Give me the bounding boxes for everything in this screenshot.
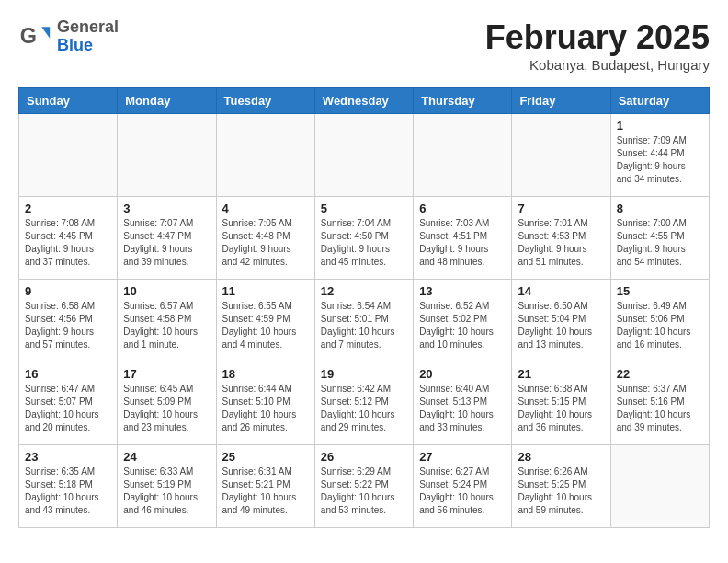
day-number: 22 <box>617 367 703 381</box>
calendar-day-cell: 14Sunrise: 6:50 AM Sunset: 5:04 PM Dayli… <box>512 280 610 362</box>
calendar-day-cell: 27Sunrise: 6:27 AM Sunset: 5:24 PM Dayli… <box>414 445 512 528</box>
calendar-day-cell: 10Sunrise: 6:57 AM Sunset: 4:58 PM Dayli… <box>118 280 216 362</box>
calendar-day-cell <box>314 114 413 197</box>
day-info: Sunrise: 6:49 AM Sunset: 5:06 PM Dayligh… <box>617 300 703 351</box>
weekday-header: Saturday <box>610 88 709 114</box>
day-number: 2 <box>25 201 111 215</box>
calendar-day-cell: 23Sunrise: 6:35 AM Sunset: 5:18 PM Dayli… <box>19 445 118 528</box>
calendar-day-cell: 26Sunrise: 6:29 AM Sunset: 5:22 PM Dayli… <box>314 445 413 528</box>
calendar-day-cell: 4Sunrise: 7:05 AM Sunset: 4:48 PM Daylig… <box>216 197 314 280</box>
page-header: G General Blue February 2025 Kobanya, Bu… <box>18 18 710 73</box>
svg-text:G: G <box>20 24 37 48</box>
calendar-day-cell: 21Sunrise: 6:38 AM Sunset: 5:15 PM Dayli… <box>512 362 610 445</box>
day-info: Sunrise: 6:58 AM Sunset: 4:56 PM Dayligh… <box>25 300 111 351</box>
weekday-header: Monday <box>118 88 216 114</box>
calendar-day-cell: 6Sunrise: 7:03 AM Sunset: 4:51 PM Daylig… <box>414 197 512 280</box>
calendar-day-cell: 2Sunrise: 7:08 AM Sunset: 4:45 PM Daylig… <box>19 197 118 280</box>
calendar-day-cell: 7Sunrise: 7:01 AM Sunset: 4:53 PM Daylig… <box>512 197 610 280</box>
weekday-header: Tuesday <box>216 88 314 114</box>
day-number: 28 <box>518 450 604 464</box>
logo-general: General <box>57 18 119 37</box>
day-number: 23 <box>25 450 111 464</box>
calendar-day-cell: 9Sunrise: 6:58 AM Sunset: 4:56 PM Daylig… <box>19 280 118 362</box>
day-info: Sunrise: 7:07 AM Sunset: 4:47 PM Dayligh… <box>123 217 210 269</box>
logo-blue: Blue <box>57 37 119 55</box>
day-info: Sunrise: 6:50 AM Sunset: 5:04 PM Dayligh… <box>518 300 604 351</box>
calendar-day-cell: 22Sunrise: 6:37 AM Sunset: 5:16 PM Dayli… <box>610 362 709 445</box>
calendar-day-cell <box>610 445 709 528</box>
day-number: 11 <box>222 284 309 298</box>
calendar-week-row: 16Sunrise: 6:47 AM Sunset: 5:07 PM Dayli… <box>19 362 710 445</box>
day-number: 9 <box>25 284 111 298</box>
day-info: Sunrise: 6:33 AM Sunset: 5:19 PM Dayligh… <box>123 465 210 517</box>
day-info: Sunrise: 6:47 AM Sunset: 5:07 PM Dayligh… <box>25 383 111 434</box>
calendar-day-cell: 12Sunrise: 6:54 AM Sunset: 5:01 PM Dayli… <box>314 280 413 362</box>
weekday-header: Wednesday <box>314 88 413 114</box>
day-info: Sunrise: 6:57 AM Sunset: 4:58 PM Dayligh… <box>123 300 210 351</box>
day-info: Sunrise: 7:04 AM Sunset: 4:50 PM Dayligh… <box>321 217 407 269</box>
calendar-day-cell: 13Sunrise: 6:52 AM Sunset: 5:02 PM Dayli… <box>414 280 512 362</box>
title-block: February 2025 Kobanya, Budapest, Hungary <box>485 18 710 73</box>
day-info: Sunrise: 6:45 AM Sunset: 5:09 PM Dayligh… <box>123 383 210 434</box>
day-number: 25 <box>222 450 309 464</box>
day-info: Sunrise: 6:35 AM Sunset: 5:18 PM Dayligh… <box>25 465 111 517</box>
day-info: Sunrise: 6:29 AM Sunset: 5:22 PM Dayligh… <box>321 465 407 517</box>
calendar-day-cell: 11Sunrise: 6:55 AM Sunset: 4:59 PM Dayli… <box>216 280 314 362</box>
calendar-day-cell: 15Sunrise: 6:49 AM Sunset: 5:06 PM Dayli… <box>610 280 709 362</box>
day-number: 8 <box>617 201 703 215</box>
location: Kobanya, Budapest, Hungary <box>485 57 710 73</box>
calendar-week-row: 2Sunrise: 7:08 AM Sunset: 4:45 PM Daylig… <box>19 197 710 280</box>
calendar-day-cell <box>118 114 216 197</box>
day-number: 15 <box>617 284 703 298</box>
svg-marker-1 <box>41 27 50 39</box>
day-number: 26 <box>321 450 407 464</box>
day-number: 18 <box>222 367 309 381</box>
calendar-day-cell: 5Sunrise: 7:04 AM Sunset: 4:50 PM Daylig… <box>314 197 413 280</box>
calendar-day-cell: 18Sunrise: 6:44 AM Sunset: 5:10 PM Dayli… <box>216 362 314 445</box>
day-number: 14 <box>518 284 604 298</box>
calendar-day-cell: 1Sunrise: 7:09 AM Sunset: 4:44 PM Daylig… <box>610 114 709 197</box>
day-number: 17 <box>123 367 210 381</box>
day-number: 21 <box>518 367 604 381</box>
calendar-header-row: SundayMondayTuesdayWednesdayThursdayFrid… <box>19 88 710 114</box>
day-number: 4 <box>222 201 309 215</box>
day-number: 10 <box>123 284 210 298</box>
logo: G General Blue <box>18 18 119 55</box>
day-info: Sunrise: 6:38 AM Sunset: 5:15 PM Dayligh… <box>518 383 604 434</box>
day-number: 19 <box>321 367 407 381</box>
calendar-table: SundayMondayTuesdayWednesdayThursdayFrid… <box>18 87 710 528</box>
calendar-day-cell: 25Sunrise: 6:31 AM Sunset: 5:21 PM Dayli… <box>216 445 314 528</box>
day-info: Sunrise: 6:31 AM Sunset: 5:21 PM Dayligh… <box>222 465 309 517</box>
logo-icon: G <box>18 20 51 53</box>
day-info: Sunrise: 6:52 AM Sunset: 5:02 PM Dayligh… <box>419 300 506 351</box>
calendar-day-cell <box>414 114 512 197</box>
day-number: 24 <box>123 450 210 464</box>
day-info: Sunrise: 6:44 AM Sunset: 5:10 PM Dayligh… <box>222 383 309 434</box>
calendar-day-cell: 17Sunrise: 6:45 AM Sunset: 5:09 PM Dayli… <box>118 362 216 445</box>
day-info: Sunrise: 7:05 AM Sunset: 4:48 PM Dayligh… <box>222 217 309 269</box>
calendar-day-cell <box>512 114 610 197</box>
calendar-week-row: 1Sunrise: 7:09 AM Sunset: 4:44 PM Daylig… <box>19 114 710 197</box>
calendar-day-cell: 8Sunrise: 7:00 AM Sunset: 4:55 PM Daylig… <box>610 197 709 280</box>
calendar-day-cell: 24Sunrise: 6:33 AM Sunset: 5:19 PM Dayli… <box>118 445 216 528</box>
calendar-day-cell <box>19 114 118 197</box>
calendar-day-cell: 20Sunrise: 6:40 AM Sunset: 5:13 PM Dayli… <box>414 362 512 445</box>
day-info: Sunrise: 7:03 AM Sunset: 4:51 PM Dayligh… <box>419 217 506 269</box>
weekday-header: Thursday <box>414 88 512 114</box>
calendar-day-cell: 19Sunrise: 6:42 AM Sunset: 5:12 PM Dayli… <box>314 362 413 445</box>
day-info: Sunrise: 7:08 AM Sunset: 4:45 PM Dayligh… <box>25 217 111 269</box>
calendar-day-cell <box>216 114 314 197</box>
day-info: Sunrise: 7:00 AM Sunset: 4:55 PM Dayligh… <box>617 217 703 269</box>
weekday-header: Friday <box>512 88 610 114</box>
day-info: Sunrise: 6:42 AM Sunset: 5:12 PM Dayligh… <box>321 383 407 434</box>
calendar-week-row: 23Sunrise: 6:35 AM Sunset: 5:18 PM Dayli… <box>19 445 710 528</box>
day-info: Sunrise: 6:26 AM Sunset: 5:25 PM Dayligh… <box>518 465 604 517</box>
calendar-day-cell: 28Sunrise: 6:26 AM Sunset: 5:25 PM Dayli… <box>512 445 610 528</box>
calendar-week-row: 9Sunrise: 6:58 AM Sunset: 4:56 PM Daylig… <box>19 280 710 362</box>
day-number: 27 <box>419 450 506 464</box>
day-info: Sunrise: 6:37 AM Sunset: 5:16 PM Dayligh… <box>617 383 703 434</box>
day-info: Sunrise: 6:40 AM Sunset: 5:13 PM Dayligh… <box>419 383 506 434</box>
calendar-day-cell: 16Sunrise: 6:47 AM Sunset: 5:07 PM Dayli… <box>19 362 118 445</box>
day-number: 1 <box>617 119 703 132</box>
day-number: 20 <box>419 367 506 381</box>
